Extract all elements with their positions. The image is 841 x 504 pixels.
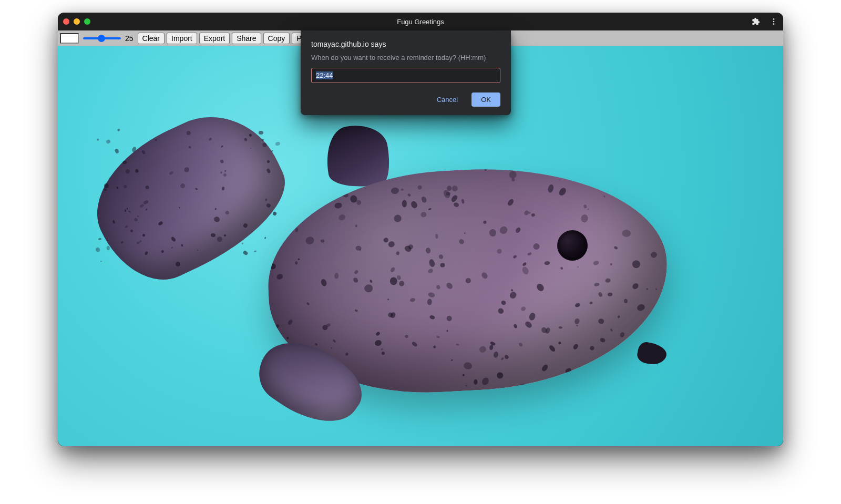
prompt-message: When do you want to receive a reminder t… <box>311 54 500 61</box>
window-title: Fugu Greetings <box>397 18 444 26</box>
copy-button[interactable]: Copy <box>263 33 290 44</box>
clear-button[interactable]: Clear <box>138 33 165 44</box>
fugu-image <box>100 107 704 433</box>
color-picker[interactable] <box>60 33 79 44</box>
close-window-button[interactable] <box>63 18 69 25</box>
svg-point-1 <box>773 21 775 23</box>
prompt-input[interactable] <box>316 71 496 79</box>
brush-size-value: 25 <box>125 34 136 43</box>
window-controls <box>63 18 90 25</box>
app-window: Fugu Greetings 25 Clear Import Export Sh… <box>58 13 783 446</box>
prompt-origin: tomayac.github.io says <box>311 40 500 48</box>
import-button[interactable]: Import <box>167 33 197 44</box>
share-button[interactable]: Share <box>232 33 261 44</box>
svg-point-2 <box>773 23 775 25</box>
svg-point-0 <box>773 18 775 20</box>
export-button[interactable]: Export <box>199 33 230 44</box>
prompt-cancel-button[interactable]: Cancel <box>427 92 467 107</box>
prompt-ok-button[interactable]: OK <box>471 92 500 107</box>
titlebar: Fugu Greetings <box>58 13 783 30</box>
brush-size-slider[interactable] <box>83 37 121 39</box>
maximize-window-button[interactable] <box>84 18 90 25</box>
extensions-icon[interactable] <box>752 17 760 26</box>
kebab-menu-icon[interactable] <box>770 17 778 26</box>
minimize-window-button[interactable] <box>74 18 80 25</box>
prompt-dialog: tomayac.github.io says When do you want … <box>301 30 511 115</box>
